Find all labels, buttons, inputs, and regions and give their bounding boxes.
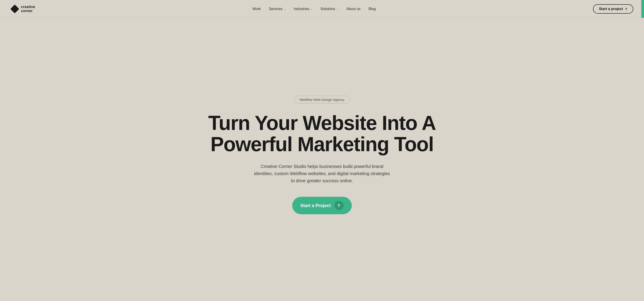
- hero-section: Webflow Web Design Agency Turn Your Webs…: [0, 0, 644, 301]
- navbar: creative corner Work Services ⌄ Industri…: [0, 0, 644, 18]
- arrow-icon: ↗: [336, 203, 342, 208]
- nav-cta-label: Start a project: [599, 7, 623, 11]
- green-accent-bar: [641, 0, 644, 18]
- nav-item-services[interactable]: Services ⌄: [269, 7, 286, 11]
- nav-cta-arrow-icon: ↗: [624, 7, 628, 11]
- svg-rect-0: [11, 5, 19, 13]
- chevron-down-icon: ⌄: [310, 7, 312, 10]
- nav-link-blog[interactable]: Blog: [368, 7, 376, 11]
- logo-text: creative corner: [21, 5, 35, 13]
- hero-headline: Turn Your Website Into A Powerful Market…: [199, 112, 445, 155]
- nav-item-industries[interactable]: Industries ⌄: [294, 7, 312, 11]
- nav-links: Work Services ⌄ Industries ⌄ Solutions ⌄…: [252, 7, 376, 11]
- nav-link-solutions[interactable]: Solutions ⌄: [320, 7, 338, 11]
- nav-link-work[interactable]: Work: [252, 7, 261, 11]
- nav-item-about[interactable]: About us: [346, 7, 360, 11]
- hero-cta-arrow-wrap: ↗: [334, 201, 344, 210]
- nav-item-solutions[interactable]: Solutions ⌄: [320, 7, 338, 11]
- hero-badge: Webflow Web Design Agency: [294, 96, 350, 103]
- chevron-down-icon: ⌄: [336, 7, 338, 10]
- nav-item-blog[interactable]: Blog: [368, 7, 376, 11]
- hero-cta-label: Start a Project: [300, 203, 331, 208]
- logo-line1: creative: [21, 5, 35, 9]
- nav-cta-button[interactable]: Start a project ↗: [593, 4, 633, 14]
- nav-link-services[interactable]: Services ⌄: [269, 7, 286, 11]
- nav-link-industries[interactable]: Industries ⌄: [294, 7, 312, 11]
- chevron-down-icon: ⌄: [284, 7, 286, 10]
- hero-description: Creative Corner Studio helps businesses …: [253, 163, 391, 184]
- logo-link[interactable]: creative corner: [11, 5, 35, 13]
- nav-link-about[interactable]: About us: [346, 7, 360, 11]
- hero-cta-button[interactable]: Start a Project ↗: [292, 197, 352, 214]
- nav-item-work[interactable]: Work: [252, 7, 261, 11]
- logo-line2: corner: [21, 9, 35, 13]
- logo-icon: [11, 5, 19, 13]
